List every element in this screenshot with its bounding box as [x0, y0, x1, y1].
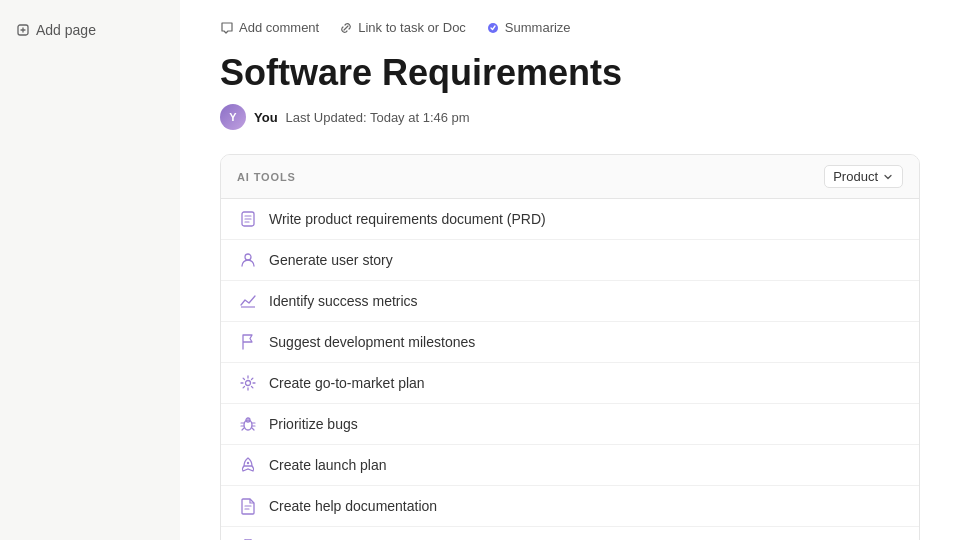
tool-item[interactable]: Prioritize bugs: [221, 404, 919, 445]
tool-item-label: Write product requirements document (PRD…: [269, 211, 546, 227]
tool-item-label: Create launch plan: [269, 457, 387, 473]
add-comment-button[interactable]: Add comment: [220, 20, 319, 35]
link-to-task-label: Link to task or Doc: [358, 20, 466, 35]
tool-item-label: Create help documentation: [269, 498, 437, 514]
tool-item[interactable]: Create help documentation: [221, 486, 919, 527]
add-page-label: Add page: [36, 22, 96, 38]
page-title: Software Requirements: [220, 51, 920, 94]
tool-item-label: Generate user story: [269, 252, 393, 268]
svg-point-4: [246, 381, 251, 386]
tool-item[interactable]: Create launch plan: [221, 445, 919, 486]
ai-tools-label: AI TOOLS: [237, 171, 296, 183]
ai-tools-header: AI TOOLS Product: [221, 155, 919, 199]
add-page-button[interactable]: Add page: [8, 16, 172, 44]
product-dropdown[interactable]: Product: [824, 165, 903, 188]
svg-point-7: [247, 462, 249, 464]
avatar: Y: [220, 104, 246, 130]
author-name: You: [254, 110, 278, 125]
tool-item[interactable]: Create go-to-market plan: [221, 363, 919, 404]
chevron-down-icon: [882, 171, 894, 183]
main-content: Add comment Link to task or Doc Summariz…: [180, 0, 960, 540]
author-row: Y You Last Updated: Today at 1:46 pm: [220, 104, 920, 130]
tool-item[interactable]: Write product requirements document (PRD…: [221, 199, 919, 240]
tool-item-icon: [237, 208, 259, 230]
link-icon: [339, 21, 353, 35]
tool-item-icon: [237, 372, 259, 394]
tool-item-icon: [237, 249, 259, 271]
tool-item[interactable]: Suggest development milestones: [221, 322, 919, 363]
comment-icon: [220, 21, 234, 35]
ai-tools-panel: AI TOOLS Product Write product requireme…: [220, 154, 920, 540]
tool-item-icon: [237, 536, 259, 540]
summarize-button[interactable]: Summarize: [486, 20, 571, 35]
add-page-icon: [16, 23, 30, 37]
tool-item[interactable]: Generate user story: [221, 240, 919, 281]
summarize-icon: [486, 21, 500, 35]
tool-item-icon: [237, 495, 259, 517]
add-comment-label: Add comment: [239, 20, 319, 35]
last-updated: Last Updated: Today at 1:46 pm: [286, 110, 470, 125]
tool-item-icon: [237, 290, 259, 312]
tool-item-label: Identify success metrics: [269, 293, 418, 309]
tool-item-icon: [237, 413, 259, 435]
sidebar: Add page: [0, 0, 180, 540]
product-dropdown-label: Product: [833, 169, 878, 184]
tool-item-label: Prioritize bugs: [269, 416, 358, 432]
tool-item[interactable]: Identify success metrics: [221, 281, 919, 322]
svg-point-3: [245, 254, 251, 260]
tool-item-label: Suggest development milestones: [269, 334, 475, 350]
summarize-label: Summarize: [505, 20, 571, 35]
link-to-task-button[interactable]: Link to task or Doc: [339, 20, 466, 35]
tool-item-label: Create go-to-market plan: [269, 375, 425, 391]
tool-items-list: Write product requirements document (PRD…: [221, 199, 919, 540]
toolbar: Add comment Link to task or Doc Summariz…: [220, 20, 920, 35]
tool-item-icon: [237, 454, 259, 476]
tool-item[interactable]: Design user testing study: [221, 527, 919, 540]
tool-item-icon: [237, 331, 259, 353]
